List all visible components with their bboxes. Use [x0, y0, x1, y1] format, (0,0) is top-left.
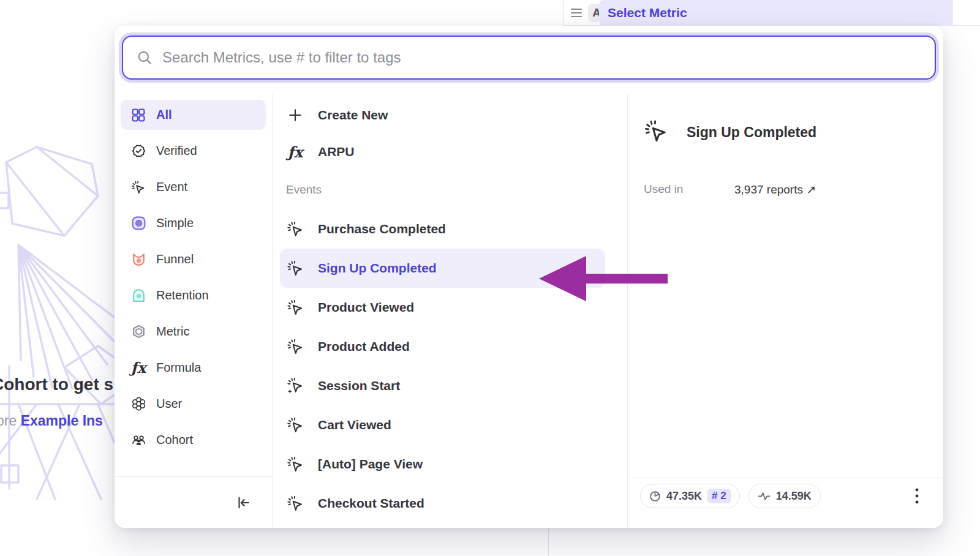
funnel-icon — [130, 252, 146, 268]
metric-picker-modal: All Verified Event Simple — [115, 26, 943, 528]
metric-list: Create New ƒx ARPU Events Purchase Compl… — [273, 94, 627, 528]
sidebar-footer — [115, 476, 272, 528]
list-item-label: [Auto] Page View — [318, 457, 423, 471]
category-sidebar: All Verified Event Simple — [115, 94, 273, 528]
screen: A Select Metric Cohort to get s ore Exam… — [0, 0, 980, 556]
sidebar-item-all[interactable]: All — [121, 100, 266, 130]
retention-arch-icon — [130, 288, 146, 304]
sidebar-item-label: Event — [156, 180, 187, 194]
user-cluster-icon — [130, 396, 146, 412]
search-input[interactable] — [162, 49, 935, 66]
background-headline-fragment: Cohort to get s — [0, 375, 117, 394]
events-section-header: Events — [286, 170, 627, 209]
used-in-label: Used in — [644, 182, 734, 197]
list-item-session-start[interactable]: Session Start — [280, 366, 605, 405]
collapse-left-icon — [235, 495, 251, 511]
sidebar-item-retention[interactable]: Retention — [121, 280, 266, 310]
formula-fx-icon: ƒx — [130, 360, 146, 376]
event-cursor-icon — [286, 298, 304, 317]
verified-seal-icon — [130, 143, 146, 159]
event-cursor-icon — [644, 119, 668, 146]
list-item-sign-up-completed[interactable]: Sign Up Completed — [280, 249, 605, 288]
event-cursor-icon — [286, 494, 304, 513]
total-count-value: 47.35K — [666, 490, 702, 503]
select-metric-label[interactable]: Select Metric — [608, 6, 687, 20]
sidebar-item-label: Metric — [156, 325, 189, 339]
sidebar-item-user[interactable]: User — [121, 389, 266, 419]
grid-icon — [130, 107, 146, 123]
event-cursor-icon — [286, 220, 304, 238]
unique-count-badge[interactable]: 14.59K — [748, 484, 821, 508]
list-item-purchase-completed[interactable]: Purchase Completed — [280, 209, 605, 249]
sidebar-item-label: Formula — [156, 361, 201, 375]
cohort-people-icon — [130, 432, 146, 448]
sidebar-item-label: Cohort — [156, 433, 193, 447]
sidebar-item-label: Simple — [156, 216, 194, 230]
list-item-label: Product Viewed — [318, 300, 414, 315]
wireframe-illustration — [0, 135, 116, 502]
event-star-icon — [286, 377, 304, 395]
detail-footer: 47.35K # 2 14.59K — [628, 478, 943, 528]
background-column-divider — [564, 0, 564, 26]
collapse-sidebar-button[interactable] — [233, 492, 254, 513]
plus-icon — [286, 106, 304, 124]
event-cursor-icon — [286, 259, 304, 277]
select-metric-row[interactable]: Select Metric — [599, 0, 953, 26]
search-icon — [137, 50, 153, 66]
total-count-badge[interactable]: 47.35K # 2 — [640, 484, 740, 508]
background-column-divider-bottom — [548, 528, 549, 556]
pulse-icon — [758, 490, 771, 502]
list-item-arpu[interactable]: ƒx ARPU — [286, 133, 627, 170]
search-bar[interactable] — [122, 36, 936, 80]
list-item-auto-page-view[interactable]: [Auto] Page View — [280, 445, 605, 484]
sidebar-item-label: Funnel — [156, 252, 194, 266]
formula-fx-icon: ƒx — [286, 143, 304, 161]
list-item-label: Session Start — [318, 378, 400, 393]
list-item-product-viewed[interactable]: Product Viewed — [280, 288, 605, 327]
list-item-cart-viewed[interactable]: Cart Viewed — [280, 405, 605, 445]
list-item-label: Product Added — [318, 339, 410, 354]
sidebar-item-event[interactable]: Event — [121, 172, 266, 202]
metric-hexagon-icon — [130, 324, 146, 340]
create-new-label: Create New — [318, 108, 388, 122]
sidebar-item-label: User — [156, 397, 182, 411]
used-in-row: Used in 3,937 reports ↗ — [644, 182, 943, 197]
sidebar-item-label: Verified — [156, 144, 197, 158]
used-in-reports-link[interactable]: 3,937 reports ↗ — [734, 182, 816, 197]
list-item-label: ARPU — [318, 145, 355, 159]
sidebar-item-cohort[interactable]: Cohort — [121, 425, 266, 455]
kebab-menu-icon — [915, 487, 919, 505]
background-link-line: ore Example Ins — [0, 413, 117, 429]
sidebar-item-verified[interactable]: Verified — [121, 136, 266, 166]
rank-chip: # 2 — [707, 489, 731, 503]
event-cursor-icon — [286, 416, 304, 434]
list-item-label: Cart Viewed — [318, 418, 391, 432]
event-cursor-icon — [130, 179, 146, 195]
detail-title: Sign Up Completed — [687, 124, 816, 141]
create-new-button[interactable]: Create New — [286, 97, 627, 133]
event-cursor-icon — [286, 455, 304, 473]
simple-square-icon — [130, 216, 146, 231]
sidebar-item-simple[interactable]: Simple — [121, 208, 266, 238]
sidebar-item-metric[interactable]: Metric — [121, 317, 266, 347]
event-cursor-icon — [286, 337, 304, 356]
list-item-checkout-started[interactable]: Checkout Started — [280, 484, 605, 523]
list-item-label: Purchase Completed — [318, 222, 446, 236]
list-item-product-added[interactable]: Product Added — [280, 327, 605, 366]
sidebar-item-funnel[interactable]: Funnel — [121, 244, 266, 274]
list-item-label: Sign Up Completed — [318, 261, 437, 276]
link-prefix: ore — [0, 413, 21, 429]
more-options-button[interactable] — [907, 484, 927, 508]
metric-detail-panel: Sign Up Completed Used in 3,937 reports … — [627, 94, 943, 528]
list-item-label: Checkout Started — [318, 496, 424, 511]
drag-handle-icon[interactable] — [571, 9, 582, 17]
sidebar-item-label: Retention — [156, 288, 209, 302]
unique-count-value: 14.59K — [776, 490, 812, 503]
pie-chart-icon — [649, 490, 661, 502]
example-insights-link[interactable]: Example Ins — [21, 413, 103, 429]
sidebar-item-label: All — [156, 108, 172, 122]
sidebar-item-formula[interactable]: ƒx Formula — [121, 353, 266, 383]
